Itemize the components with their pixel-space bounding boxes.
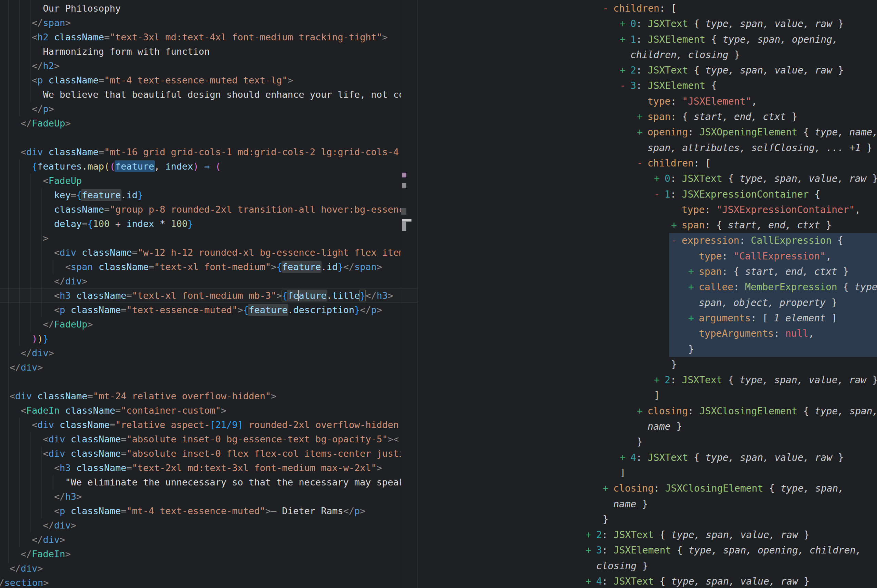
expand-icon[interactable]: + <box>586 574 596 588</box>
ast-row[interactable]: -expression: CallExpression { <box>569 233 877 248</box>
expand-icon[interactable]: + <box>620 63 631 78</box>
code-line[interactable]: </h3> <box>10 489 401 504</box>
code-line[interactable]: <div className="relative aspect-[21/9] r… <box>10 418 401 432</box>
code-line[interactable]: </p> <box>10 102 401 116</box>
collapse-icon[interactable]: - <box>671 233 682 248</box>
expand-icon[interactable]: + <box>688 279 699 295</box>
ast-row[interactable]: +4: JSXText { type, span, value, raw } <box>569 574 877 588</box>
code-line[interactable] <box>10 375 401 389</box>
code-line[interactable]: <p className="mt-4 text-essence-muted">—… <box>10 504 401 518</box>
expand-icon[interactable]: + <box>620 16 631 32</box>
ast-row[interactable]: -children: [ <box>569 156 877 171</box>
expand-icon[interactable]: + <box>637 109 647 124</box>
expand-icon[interactable]: + <box>603 481 613 496</box>
code-line[interactable]: {features.map((feature, index) ⇒ ( <box>10 159 401 174</box>
ast-row[interactable]: +arguments: [ 1 element ] <box>569 310 877 326</box>
expand-icon[interactable]: + <box>688 264 699 279</box>
expand-icon[interactable]: + <box>654 372 665 388</box>
collapse-icon[interactable]: - <box>637 156 647 171</box>
ast-row[interactable]: ] <box>569 465 877 481</box>
code-line[interactable]: </div> <box>10 561 401 576</box>
ast-row[interactable]: } <box>569 512 877 527</box>
collapse-icon[interactable]: - <box>603 1 613 16</box>
ast-row[interactable]: name } <box>569 419 877 434</box>
ast-row[interactable]: type: "CallExpression", <box>569 249 877 264</box>
expand-icon[interactable]: + <box>688 310 699 326</box>
ast-row[interactable]: -3: JSXElement { <box>569 78 877 93</box>
expand-icon[interactable]: + <box>620 450 631 465</box>
code-line[interactable]: <FadeIn className="container-custom"> <box>10 404 401 418</box>
expand-icon[interactable]: + <box>586 543 596 558</box>
code-line[interactable]: <div className="mt-24 relative overflow-… <box>10 389 401 404</box>
code-line[interactable]: <h3 className="text-xl font-medium mb-3"… <box>10 288 401 303</box>
code-line[interactable]: </span> <box>10 16 401 30</box>
ast-row[interactable]: } <box>569 434 877 450</box>
ast-row[interactable]: +callee: MemberExpression { type, <box>569 279 877 295</box>
code-line[interactable]: We believe that beautiful design should … <box>10 87 401 102</box>
code-line[interactable]: </div> <box>10 532 401 547</box>
ast-row[interactable]: span, object, property } <box>569 295 877 310</box>
ast-row[interactable]: span, attributes, selfClosing, ... +1 } <box>569 140 877 156</box>
code-line[interactable]: <div className="absolute inset-0 flex fl… <box>10 447 401 461</box>
expand-icon[interactable]: + <box>637 404 647 419</box>
ast-row[interactable]: +2: JSXText { type, span, value, raw } <box>569 527 877 543</box>
code-line[interactable]: <h3 className="text-2xl md:text-3xl font… <box>10 461 401 475</box>
expand-icon[interactable]: + <box>671 218 682 233</box>
code-line[interactable]: "We eliminate the unnecessary so that th… <box>10 475 401 489</box>
ast-row[interactable]: +span: { start, end, ctxt } <box>569 264 877 279</box>
ast-row[interactable]: +closing: JSXClosingElement { type, span… <box>569 481 877 496</box>
code-line[interactable]: > <box>10 231 401 246</box>
ast-row[interactable]: +closing: JSXClosingElement { type, span… <box>569 404 877 419</box>
code-line[interactable]: </div> <box>10 346 401 360</box>
ast-row[interactable]: +3: JSXElement { type, span, opening, ch… <box>569 543 877 558</box>
expand-icon[interactable]: + <box>620 32 631 47</box>
code-line[interactable]: <p className="mt-4 text-essence-muted te… <box>10 73 401 87</box>
code-line[interactable]: <FadeUp <box>10 174 401 188</box>
expand-icon[interactable]: + <box>654 171 665 186</box>
code-line[interactable]: </div> <box>10 360 401 375</box>
code-line[interactable]: </FadeUp> <box>10 116 401 130</box>
code-line[interactable]: <h2 className="text-3xl md:text-4xl font… <box>10 30 401 45</box>
ast-row[interactable]: +0: JSXText { type, span, value, raw } <box>569 16 877 32</box>
code-editor-panel[interactable]: Our Philosophy </span> <h2 className="te… <box>0 0 401 588</box>
expand-icon[interactable]: + <box>637 124 647 140</box>
code-line[interactable]: Harmonizing form with function <box>10 45 401 59</box>
ast-row[interactable]: +1: JSXElement { type, span, opening, <box>569 32 877 47</box>
code-line[interactable]: <div className="absolute inset-0 bg-esse… <box>10 432 401 447</box>
ast-row[interactable]: +2: JSXText { type, span, value, raw } <box>569 372 877 388</box>
code-line[interactable]: delay={100 + index * 100} <box>10 217 401 231</box>
collapse-icon[interactable]: - <box>620 78 631 93</box>
code-line[interactable]: <div className="mt-16 grid grid-cols-1 m… <box>10 145 401 159</box>
panel-divider[interactable] <box>417 0 418 588</box>
code-line[interactable]: </section> <box>0 576 401 588</box>
ast-row[interactable]: } <box>569 342 877 357</box>
code-line[interactable]: <span className="text-xl font-medium">{f… <box>10 260 401 274</box>
code-line[interactable]: </FadeIn> <box>10 547 401 561</box>
code-line[interactable]: </div> <box>10 274 401 288</box>
code-line[interactable]: </FadeUp> <box>10 317 401 332</box>
code-line[interactable] <box>10 130 401 145</box>
ast-row[interactable]: -1: JSXExpressionContainer { <box>569 187 877 202</box>
code-line[interactable]: </div> <box>10 518 401 532</box>
ast-row[interactable]: +span: { start, end, ctxt } <box>569 218 877 233</box>
expand-icon[interactable]: + <box>586 527 596 543</box>
code-line[interactable]: <p className="text-essence-muted">{featu… <box>10 303 401 317</box>
collapse-icon[interactable]: - <box>654 187 665 202</box>
code-line[interactable]: ))} <box>10 332 401 346</box>
code-line[interactable]: Our Philosophy <box>10 2 401 16</box>
ast-row[interactable]: typeArguments: null, <box>569 326 877 341</box>
ast-row[interactable]: children, closing } <box>569 47 877 63</box>
ast-row[interactable]: +0: JSXText { type, span, value, raw } <box>569 171 877 186</box>
ast-row[interactable]: +2: JSXText { type, span, value, raw } <box>569 63 877 78</box>
ast-row[interactable]: type: "JSXElement", <box>569 94 877 109</box>
ast-row[interactable]: ] <box>569 388 877 403</box>
ast-row[interactable]: +4: JSXText { type, span, value, raw } <box>569 450 877 465</box>
code-line[interactable]: key={feature.id} <box>10 188 401 202</box>
ast-row[interactable]: +span: { start, end, ctxt } <box>569 109 877 124</box>
ast-row[interactable]: +opening: JSXOpeningElement { type, name… <box>569 124 877 140</box>
ast-row[interactable]: name } <box>569 496 877 512</box>
ast-row[interactable]: type: "JSXExpressionContainer", <box>569 202 877 218</box>
ast-inspector-panel[interactable]: -children: [+0: JSXText { type, span, va… <box>569 0 877 588</box>
code-line[interactable]: </h2> <box>10 59 401 73</box>
code-line[interactable]: <div className="w-12 h-12 rounded-xl bg-… <box>10 246 401 260</box>
